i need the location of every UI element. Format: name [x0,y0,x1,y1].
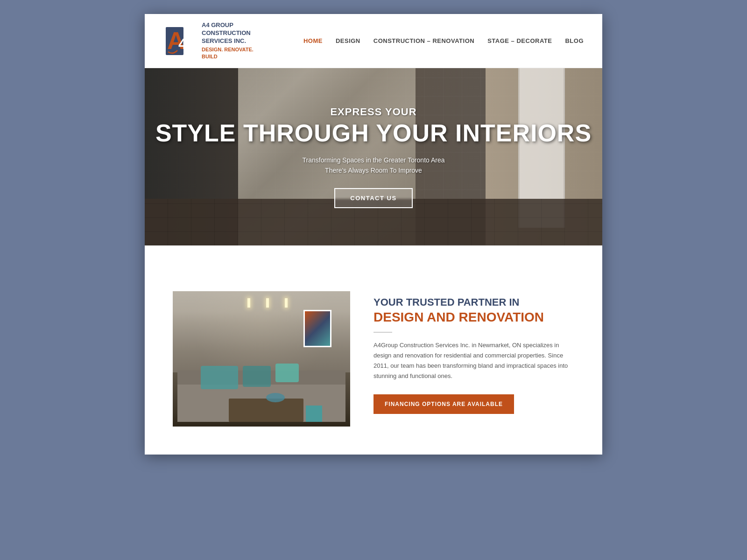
company-name: A4 GROUP CONSTRUCTION SERVICES INC. [202,21,254,45]
hero-subtitle1: Transforming Spaces in the Greater Toron… [302,156,444,164]
svg-text:4: 4 [178,35,187,52]
content-heading-line1: YOUR TRUSTED PARTNER IN [374,296,574,309]
logo-text: A4 GROUP CONSTRUCTION SERVICES INC. DESI… [202,21,254,60]
nav-stage[interactable]: STAGE – DECORATE [487,37,552,44]
pillow-accent [201,366,238,389]
nav-blog[interactable]: BLOG [565,37,584,44]
wave-transition [145,245,602,273]
logo-area: A 4 A4 GROUP CONSTRUCTION SERVICES INC. … [163,21,254,60]
content-heading-line2: DESIGN AND RENOVATION [374,309,574,325]
content-body: A4Group Construction Services Inc. in Ne… [374,340,574,381]
content-text: YOUR TRUSTED PARTNER IN DESIGN AND RENOV… [374,291,574,414]
hero-title-large: STYLE THROUGH YOUR INTERIORS [155,120,592,147]
content-divider [374,332,392,333]
pillow-accent2 [243,366,271,387]
hero-title-small: EXPRESS YOUR [330,106,416,118]
hero-subtitle2: There's Always Room To Improve [325,167,422,174]
nav-home[interactable]: HOME [303,37,323,44]
logo-icon: A 4 [163,25,196,57]
financing-button[interactable]: FINANCING OPTIONS ARE AVAILABLE [374,394,514,414]
contact-us-button[interactable]: CONTACT US [334,188,412,208]
main-nav: HOME DESIGN CONSTRUCTION – RENOVATION ST… [303,37,584,44]
nav-construction[interactable]: CONSTRUCTION – RENOVATION [374,37,474,44]
browser-window: A 4 A4 GROUP CONSTRUCTION SERVICES INC. … [145,14,602,455]
hero-section: EXPRESS YOUR STYLE THROUGH YOUR INTERIOR… [145,68,602,245]
hero-content: EXPRESS YOUR STYLE THROUGH YOUR INTERIOR… [145,68,602,245]
logo-tagline: DESIGN. RENOVATE. BUILD [202,46,254,61]
living-room-image [173,291,350,427]
site-header: A 4 A4 GROUP CONSTRUCTION SERVICES INC. … [145,14,602,68]
svg-rect-3 [145,272,602,273]
nav-design[interactable]: DESIGN [336,37,360,44]
content-section: YOUR TRUSTED PARTNER IN DESIGN AND RENOV… [145,273,602,455]
